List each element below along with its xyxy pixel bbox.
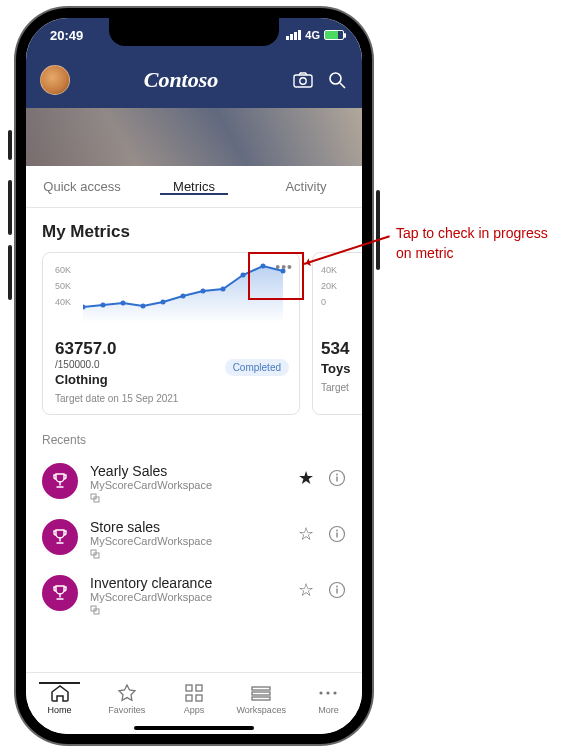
trophy-icon: [42, 463, 78, 499]
nav-label: Home: [48, 705, 72, 715]
list-item-subtitle: MyScoreCardWorkspace: [90, 479, 286, 491]
svg-point-40: [334, 691, 337, 694]
y-tick: 20K: [321, 281, 337, 291]
status-badge: Completed: [225, 359, 289, 376]
avatar[interactable]: [40, 65, 70, 95]
device-notch: [109, 18, 279, 46]
svg-point-7: [141, 304, 146, 309]
annotation-highlight-box: [248, 252, 304, 300]
workspaces-icon: [251, 683, 271, 703]
svg-point-5: [101, 303, 106, 308]
y-tick: 60K: [55, 265, 71, 275]
y-tick: 40K: [55, 297, 71, 307]
camera-icon[interactable]: [292, 69, 314, 91]
trophy-icon: [42, 519, 78, 555]
svg-line-3: [340, 83, 345, 88]
svg-point-39: [327, 691, 330, 694]
list-item-link-icon[interactable]: [90, 549, 286, 559]
tabs: Quick access Metrics Activity: [26, 166, 362, 208]
nav-label: More: [318, 705, 339, 715]
svg-point-38: [320, 691, 323, 694]
metric-cards[interactable]: ••• 60K 50K 40K: [42, 252, 362, 415]
svg-rect-36: [252, 692, 270, 695]
metric-target-date: Target: [321, 382, 362, 393]
nav-label: Apps: [184, 705, 205, 715]
svg-point-24: [336, 530, 338, 532]
banner-image: [26, 108, 362, 166]
star-icon: [117, 683, 137, 703]
nav-home[interactable]: Home: [26, 683, 93, 715]
svg-rect-33: [186, 695, 192, 701]
list-item-title: Store sales: [90, 519, 286, 535]
nav-apps[interactable]: Apps: [160, 683, 227, 715]
svg-rect-0: [294, 75, 312, 87]
list-item[interactable]: Store sales MyScoreCardWorkspace ☆: [42, 511, 346, 567]
search-icon[interactable]: [326, 69, 348, 91]
metric-target-date: Target date on 15 Sep 2021: [55, 393, 287, 404]
svg-rect-32: [196, 685, 202, 691]
list-item-title: Inventory clearance: [90, 575, 286, 591]
home-icon: [50, 683, 70, 703]
svg-point-1: [300, 78, 306, 84]
y-tick: 40K: [321, 265, 337, 275]
tab-activity[interactable]: Activity: [250, 179, 362, 194]
tab-metrics[interactable]: Metrics: [138, 179, 250, 194]
more-icon: [318, 683, 338, 703]
svg-rect-30: [336, 589, 337, 594]
svg-rect-34: [196, 695, 202, 701]
recents-label: Recents: [42, 433, 362, 447]
recents-list: Yearly Sales MyScoreCardWorkspace ★ St: [42, 455, 362, 623]
metric-name: Toys: [321, 361, 362, 376]
home-indicator[interactable]: [134, 726, 254, 730]
star-icon[interactable]: ☆: [298, 523, 314, 545]
star-icon[interactable]: ★: [298, 467, 314, 489]
metric-card-toys[interactable]: 40K 20K 0 534 Toys Target: [312, 252, 362, 415]
svg-point-12: [241, 273, 246, 278]
tab-quick-access[interactable]: Quick access: [26, 179, 138, 194]
annotation-text: Tap to check in progress on metric: [396, 224, 556, 263]
info-icon[interactable]: [328, 469, 346, 487]
list-item-title: Yearly Sales: [90, 463, 286, 479]
apps-icon: [185, 683, 203, 703]
battery-icon: [324, 30, 344, 40]
nav-workspaces[interactable]: Workspaces: [228, 683, 295, 715]
svg-rect-37: [252, 697, 270, 700]
section-title-my-metrics: My Metrics: [42, 222, 362, 242]
y-tick: 0: [321, 297, 326, 307]
nav-more[interactable]: More: [295, 683, 362, 715]
svg-rect-31: [186, 685, 192, 691]
metric-chart: 40K 20K 0: [321, 263, 362, 333]
bottom-nav: Home Favorites Apps Workspaces More: [26, 672, 362, 734]
signal-icon: [286, 30, 301, 40]
svg-point-10: [201, 289, 206, 294]
nav-favorites[interactable]: Favorites: [93, 683, 160, 715]
svg-point-29: [336, 586, 338, 588]
list-item-link-icon[interactable]: [90, 605, 286, 615]
trophy-icon: [42, 575, 78, 611]
list-item[interactable]: Inventory clearance MyScoreCardWorkspace…: [42, 567, 346, 623]
list-item[interactable]: Yearly Sales MyScoreCardWorkspace ★: [42, 455, 346, 511]
info-icon[interactable]: [328, 581, 346, 599]
status-time: 20:49: [50, 28, 83, 43]
phone-frame: 20:49 4G Contoso Quick access Metrics Ac…: [16, 8, 372, 744]
nav-label: Favorites: [108, 705, 145, 715]
app-header: Contoso: [26, 52, 362, 108]
svg-point-9: [181, 294, 186, 299]
info-icon[interactable]: [328, 525, 346, 543]
svg-rect-20: [336, 477, 337, 482]
metric-value: 63757.0: [55, 339, 287, 359]
main-content: My Metrics ••• 60K 50K 40K: [26, 208, 362, 623]
svg-rect-25: [336, 533, 337, 538]
svg-point-11: [221, 287, 226, 292]
list-item-subtitle: MyScoreCardWorkspace: [90, 535, 286, 547]
star-icon[interactable]: ☆: [298, 579, 314, 601]
svg-point-2: [330, 73, 341, 84]
svg-point-8: [161, 300, 166, 305]
svg-point-19: [336, 474, 338, 476]
y-tick: 50K: [55, 281, 71, 291]
metric-value: 534: [321, 339, 362, 359]
svg-rect-35: [252, 687, 270, 690]
network-label: 4G: [305, 29, 320, 41]
list-item-link-icon[interactable]: [90, 493, 286, 503]
list-item-subtitle: MyScoreCardWorkspace: [90, 591, 286, 603]
